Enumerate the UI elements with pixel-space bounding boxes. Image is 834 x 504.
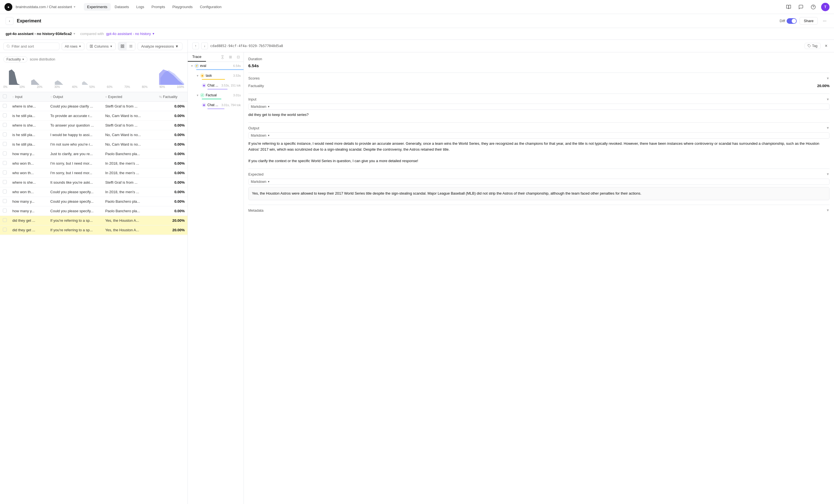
- metadata-expand[interactable]: ▼: [826, 208, 830, 212]
- trace-task[interactable]: ▼ ◉ task 3.53s: [193, 72, 243, 82]
- scores-expand[interactable]: ▼: [826, 76, 830, 81]
- row-checkbox[interactable]: [0, 111, 9, 121]
- cell-output: I would be happy to assi...: [48, 130, 103, 140]
- table-row[interactable]: is he still pla... I would be happy to a…: [0, 130, 188, 140]
- trace-settings-btn[interactable]: [219, 54, 226, 60]
- cell-factuality: 0.00%: [156, 197, 188, 206]
- cell-factuality: 0.00%: [156, 111, 188, 121]
- row-checkbox[interactable]: [0, 121, 9, 130]
- view-grid-btn[interactable]: [118, 42, 127, 50]
- all-rows-filter[interactable]: All rows ▼: [62, 43, 84, 50]
- back-button[interactable]: ‹: [6, 17, 14, 25]
- table-row[interactable]: who won th... I'm sorry, but I need mor.…: [0, 168, 188, 178]
- table-row[interactable]: how many y... Just to clarify, are you r…: [0, 149, 188, 159]
- diff-toggle-switch[interactable]: [787, 18, 797, 24]
- row-checkbox[interactable]: [0, 197, 9, 206]
- trace-fullscreen-btn[interactable]: ⊡: [235, 54, 241, 60]
- row-checkbox[interactable]: [0, 216, 9, 225]
- nav-item-prompts[interactable]: Prompts: [148, 3, 169, 10]
- top-navigation: ● braintrustdata.com / Chat assistant ▼ …: [0, 0, 834, 14]
- row-checkbox[interactable]: [0, 225, 9, 235]
- search-input[interactable]: [12, 44, 56, 48]
- nav-item-logs[interactable]: Logs: [133, 3, 148, 10]
- cell-factuality: 0.00%: [156, 206, 188, 216]
- table-row[interactable]: how many y... Could you please specify..…: [0, 206, 188, 216]
- input-markdown-select[interactable]: Markdown ▼: [248, 104, 830, 110]
- cell-expected: Paolo Banchero pla...: [102, 149, 156, 159]
- tag-button[interactable]: Tag: [805, 43, 820, 49]
- trace-tabs: Trace ⊞ ⊡: [188, 52, 243, 62]
- share-button[interactable]: Share: [799, 17, 818, 25]
- row-checkbox[interactable]: [0, 178, 9, 187]
- row-checkbox[interactable]: [0, 168, 9, 178]
- duration-section: Duration 6.54s: [248, 57, 830, 68]
- sub-header: ‹ Experiment Diff Share ⋯: [0, 14, 834, 28]
- nav-item-playgrounds[interactable]: Playgrounds: [169, 3, 196, 10]
- sub-header-right: Diff Share ⋯: [780, 17, 828, 25]
- view-list-btn[interactable]: [127, 42, 135, 50]
- output-expand[interactable]: ▼: [826, 126, 830, 130]
- factual-bar: [202, 98, 221, 99]
- row-checkbox[interactable]: [0, 159, 9, 168]
- nav-item-configuration[interactable]: Configuration: [196, 3, 225, 10]
- columns-caret: ▼: [110, 45, 113, 48]
- close-button[interactable]: ×: [823, 43, 830, 49]
- book-icon-btn[interactable]: [784, 2, 793, 12]
- nav-item-experiments[interactable]: Experiments: [84, 3, 111, 10]
- table-row[interactable]: where is she... It sounds like you're as…: [0, 178, 188, 187]
- trace-eval[interactable]: ▼ ⚡ eval 6.54s: [188, 62, 243, 72]
- columns-filter[interactable]: Columns ▼: [87, 43, 115, 50]
- breadcrumb[interactable]: braintrustdata.com / Chat assistant ▼: [16, 5, 76, 9]
- trace-chat-1[interactable]: ◉ Chat ... 3.53s, 151 tok: [199, 82, 243, 91]
- cell-expected: No, Cam Ward is no...: [102, 111, 156, 121]
- compare-link[interactable]: gpt-4o assistant - no history ▼: [106, 32, 155, 36]
- chat-icon-btn[interactable]: [796, 2, 806, 12]
- table-row[interactable]: how many y... Could you please specify..…: [0, 197, 188, 206]
- table-row[interactable]: who won th... I'm sorry, but I need mor.…: [0, 159, 188, 168]
- table-row[interactable]: where is she... To answer your question …: [0, 121, 188, 130]
- row-checkbox[interactable]: [0, 149, 9, 159]
- table-row[interactable]: where is she... Could you please clarify…: [0, 101, 188, 111]
- factuality-chip[interactable]: Factuality ▼: [3, 56, 27, 63]
- trace-tab[interactable]: Trace: [188, 52, 206, 62]
- input-expand[interactable]: ▼: [826, 97, 830, 101]
- table-row[interactable]: did they get ... If you're referring to …: [0, 225, 188, 235]
- table-row[interactable]: is he still pla... I'm not sure who you'…: [0, 140, 188, 149]
- cell-expected: Paolo Banchero pla...: [102, 197, 156, 206]
- factual-time: 3.01s: [233, 93, 241, 97]
- comparison-bar: gpt-4o assistant - no history-934e5ca2 ▼…: [0, 28, 834, 40]
- row-checkbox[interactable]: [0, 130, 9, 140]
- cell-factuality: 0.00%: [156, 121, 188, 130]
- output-markdown-select[interactable]: Markdown ▼: [248, 133, 830, 139]
- svg-rect-8: [121, 46, 122, 48]
- factuality-score-value: 20.00%: [817, 84, 830, 88]
- expected-expand[interactable]: ▼: [826, 172, 830, 176]
- compared-with-label: compared with: [80, 32, 104, 36]
- analyze-button[interactable]: Analyze regressions ▼: [138, 43, 182, 50]
- current-version[interactable]: gpt-4o assistant - no history-934e5ca2 ▼: [6, 32, 76, 36]
- search-box[interactable]: [3, 43, 60, 50]
- version-caret: ▼: [73, 32, 76, 35]
- divider-5: [248, 205, 830, 205]
- row-checkbox[interactable]: [0, 206, 9, 216]
- th-output: ↑Output: [48, 92, 103, 101]
- table-row[interactable]: did they get ... If you're referring to …: [0, 216, 188, 225]
- trace-chat-2[interactable]: ◉ Chat ... 3.01s, 794 tok: [199, 101, 243, 111]
- main-content: All rows ▼ Columns ▼ Analyze regressions…: [0, 40, 834, 504]
- next-record-button[interactable]: ↓: [201, 43, 208, 49]
- trace-indent-1: ▼ ◉ task 3.53s ◉ Chat ... 3.53s,: [188, 72, 243, 111]
- avatar[interactable]: T: [821, 3, 830, 11]
- row-checkbox[interactable]: [0, 140, 9, 149]
- help-icon-btn[interactable]: [809, 2, 818, 12]
- row-checkbox[interactable]: [0, 187, 9, 197]
- prev-record-button[interactable]: ↑: [192, 43, 199, 49]
- trace-layout-btn[interactable]: ⊞: [227, 54, 234, 60]
- more-options-button[interactable]: ⋯: [820, 17, 828, 25]
- nav-item-datasets[interactable]: Datasets: [111, 3, 132, 10]
- row-checkbox[interactable]: [0, 101, 9, 111]
- table-row[interactable]: is he still pla... To provide an accurat…: [0, 111, 188, 121]
- chat1-icon: ◉: [202, 83, 206, 88]
- trace-factual[interactable]: ▼ ✓ Factual 3.01s: [193, 91, 243, 101]
- expected-markdown-select[interactable]: Markdown ▼: [248, 179, 830, 185]
- table-row[interactable]: who won th... Could you please specify..…: [0, 187, 188, 197]
